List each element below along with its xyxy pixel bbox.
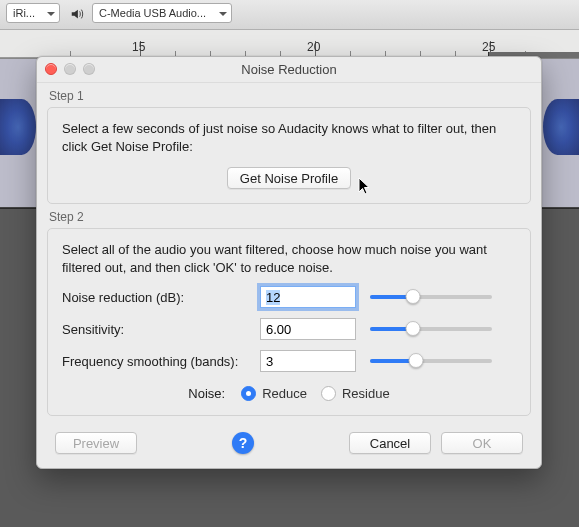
step1-group: Select a few seconds of just noise so Au… [47, 107, 531, 204]
playback-device-dropdown[interactable]: C-Media USB Audio... [92, 3, 232, 23]
residue-radio-label: Residue [342, 386, 390, 401]
get-noise-profile-label: Get Noise Profile [240, 171, 338, 186]
residue-radio[interactable]: Residue [321, 386, 390, 401]
reduce-radio[interactable]: Reduce [241, 386, 307, 401]
ok-button[interactable]: OK [441, 432, 523, 454]
preview-button[interactable]: Preview [55, 432, 137, 454]
step2-instructions: Select all of the audio you want filtere… [62, 241, 516, 276]
step2-label: Step 2 [47, 210, 531, 228]
ruler-tick-20: 20 [307, 40, 320, 54]
frequency-smoothing-slider[interactable] [370, 359, 492, 363]
radio-checked-icon [241, 386, 256, 401]
dialog-titlebar[interactable]: Noise Reduction [37, 57, 541, 83]
ruler-tick-15: 15 [132, 40, 145, 54]
noise-reduction-label: Noise reduction (dB): [62, 290, 260, 305]
frequency-smoothing-input[interactable] [260, 350, 356, 372]
step1-label: Step 1 [47, 89, 531, 107]
app-toolbar: iRi... C-Media USB Audio... [0, 0, 579, 30]
sensitivity-label: Sensitivity: [62, 322, 260, 337]
noise-reduction-input[interactable] [260, 286, 356, 308]
frequency-smoothing-label: Frequency smoothing (bands): [62, 354, 260, 369]
ok-label: OK [473, 436, 492, 451]
get-noise-profile-button[interactable]: Get Noise Profile [227, 167, 351, 189]
timeline-ruler[interactable]: 15 20 25 [0, 30, 579, 58]
noise-reduction-slider[interactable] [370, 295, 492, 299]
close-icon[interactable] [45, 63, 57, 75]
playback-device-label: C-Media USB Audio... [99, 7, 206, 19]
minimize-icon [64, 63, 76, 75]
cancel-button[interactable]: Cancel [349, 432, 431, 454]
sensitivity-slider[interactable] [370, 327, 492, 331]
preview-label: Preview [73, 436, 119, 451]
noise-reduction-dialog: Noise Reduction Step 1 Select a few seco… [36, 56, 542, 469]
sensitivity-input[interactable] [260, 318, 356, 340]
help-icon: ? [239, 435, 248, 451]
speaker-icon [70, 7, 84, 21]
record-device-label: iRi... [13, 7, 35, 19]
step1-instructions: Select a few seconds of just noise so Au… [62, 120, 516, 155]
radio-unchecked-icon [321, 386, 336, 401]
cancel-label: Cancel [370, 436, 410, 451]
dialog-title: Noise Reduction [37, 62, 541, 77]
zoom-icon [83, 63, 95, 75]
reduce-radio-label: Reduce [262, 386, 307, 401]
help-button[interactable]: ? [232, 432, 254, 454]
step2-group: Select all of the audio you want filtere… [47, 228, 531, 416]
record-device-dropdown[interactable]: iRi... [6, 3, 60, 23]
noise-mode-label: Noise: [188, 386, 225, 401]
cursor-icon [358, 177, 372, 197]
